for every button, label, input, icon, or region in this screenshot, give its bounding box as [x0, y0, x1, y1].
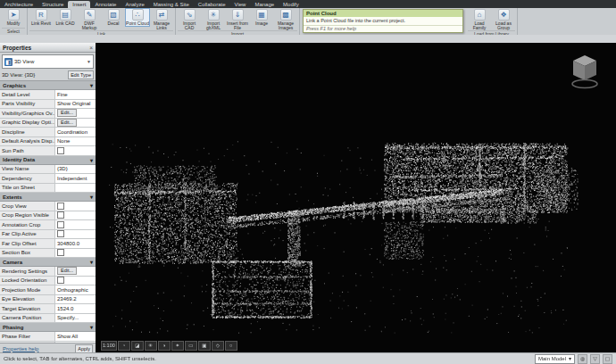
group-name: Camera — [3, 260, 22, 265]
ribbon-button-load-as-group[interactable]: ❖Load as Group — [492, 9, 515, 30]
type-selector[interactable]: ◧ 3D View ▼ — [2, 54, 94, 69]
edit-button[interactable]: Edit... — [57, 119, 77, 127]
property-value[interactable]: Orthographic — [55, 285, 96, 294]
collapse-icon: ▾ — [90, 324, 93, 330]
crop-view-icon[interactable]: ▭ — [185, 341, 197, 351]
ribbon-button-decal[interactable]: ▧Decal — [102, 9, 125, 26]
ribbon-button-image[interactable]: ▦Image — [250, 9, 273, 26]
checkbox[interactable] — [57, 277, 64, 284]
property-value[interactable] — [55, 277, 96, 285]
property-row: Parts VisibilityShow Original — [0, 100, 96, 110]
ribbon: ➤ModifySelectRLink Revit▤Link CAD✎DWF Ma… — [0, 8, 616, 36]
property-value[interactable] — [55, 146, 96, 155]
viewcube-ring[interactable] — [572, 80, 597, 88]
property-value[interactable]: Fine — [55, 90, 96, 99]
property-value[interactable] — [55, 230, 96, 239]
property-value[interactable] — [55, 220, 96, 229]
worksharing-display-icon[interactable]: ◍ — [578, 354, 587, 364]
property-label: Target Elevation — [0, 304, 55, 313]
ribbon-button-link-cad[interactable]: ▤Link CAD — [54, 9, 77, 26]
property-value[interactable]: Show All — [55, 332, 96, 341]
property-row: Detail LevelFine — [0, 90, 96, 100]
checkbox[interactable] — [57, 211, 64, 219]
rendering-dialog-icon[interactable]: ✦ — [171, 341, 184, 351]
property-row: Graphic Display Opti...Edit... — [0, 119, 96, 128]
visual-style-icon[interactable]: ◪ — [131, 341, 144, 351]
ribbon-button-insert-from-file[interactable]: ⇓Insert from File — [226, 9, 249, 30]
scale-button[interactable]: 1:100 — [101, 341, 117, 351]
checkbox[interactable] — [57, 221, 64, 228]
property-value[interactable]: None — [55, 137, 96, 146]
edit-type-button[interactable]: Edit Type — [68, 70, 94, 79]
show-crop-region-icon[interactable]: ▣ — [198, 341, 211, 351]
ribbon-tab-massing-site[interactable]: Massing & Site — [149, 1, 194, 8]
edit-button[interactable]: Edit... — [57, 267, 77, 275]
ribbon-button-point-cloud[interactable]: ∴Point Cloud — [126, 9, 149, 26]
property-value[interactable]: {3D} — [55, 165, 96, 174]
analytical-model-icon[interactable]: ○ — [225, 341, 237, 351]
property-value[interactable]: Edit... — [55, 109, 96, 118]
property-label: Section Box — [0, 249, 55, 258]
checkbox[interactable] — [57, 230, 64, 237]
property-group-camera[interactable]: Camera▾ — [0, 258, 96, 267]
ribbon-button-manage-links[interactable]: ⇄Manage Links — [150, 9, 173, 30]
property-value[interactable]: Coordination — [55, 128, 96, 136]
ribbon-tab-collaborate[interactable]: Collaborate — [194, 1, 230, 8]
ribbon-tab-analyze[interactable]: Analyze — [121, 1, 148, 8]
active-workset-select[interactable]: Main Model ▾ — [535, 354, 575, 364]
property-group-extents[interactable]: Extents▾ — [0, 193, 96, 202]
property-value[interactable]: 304800.0 — [55, 239, 96, 248]
property-value[interactable]: Specify... — [55, 314, 96, 323]
instance-row: 3D View: {3D} Edit Type — [2, 70, 94, 79]
property-label: Title on Sheet — [0, 184, 55, 193]
checkbox[interactable] — [57, 147, 64, 154]
property-value[interactable]: 23469.2 — [55, 295, 96, 304]
tooltip-title: Point Cloud — [304, 10, 462, 17]
ribbon-tab-view[interactable]: View — [229, 1, 250, 8]
point-cloud-view[interactable] — [96, 43, 616, 353]
close-icon[interactable]: × — [89, 45, 93, 51]
checkbox[interactable] — [57, 203, 64, 210]
ribbon-tab-insert[interactable]: Insert — [68, 1, 90, 8]
apply-button[interactable]: Apply — [75, 344, 93, 353]
collapse-icon: ▾ — [90, 194, 93, 200]
property-group-graphics[interactable]: Graphics▾ — [0, 81, 96, 90]
property-value[interactable]: Edit... — [55, 267, 96, 276]
ribbon-button-link-revit[interactable]: RLink Revit — [29, 9, 53, 26]
ribbon-button-modify[interactable]: ➤Modify — [2, 9, 25, 26]
property-value[interactable]: Edit... — [55, 119, 96, 128]
property-group-identity-data[interactable]: Identity Data▾ — [0, 156, 96, 165]
unlocked-view-icon[interactable]: ◇ — [212, 341, 224, 351]
ribbon-button-load-family[interactable]: ⌂Load Family — [468, 9, 491, 30]
filter-icon[interactable]: ▽ — [590, 354, 600, 364]
property-value[interactable]: Show Original — [55, 100, 96, 109]
ribbon-button-import-gbxml[interactable]: ✳Import gbXML — [202, 9, 225, 30]
detail-level-icon[interactable]: ◔ — [118, 341, 130, 351]
checkbox[interactable] — [57, 249, 64, 256]
drawing-area[interactable]: 1:100 ◔◪☀◑✦▭▣◇○ — [96, 43, 616, 353]
ribbon-tab-architecture[interactable]: Architecture — [0, 1, 37, 8]
property-value[interactable]: 1524.0 — [55, 304, 96, 313]
property-group-phasing[interactable]: Phasing▾ — [0, 323, 96, 332]
select-toggle-icon[interactable]: ▢ — [603, 354, 612, 364]
property-value[interactable] — [55, 249, 96, 258]
image-icon: ▦ — [256, 9, 268, 21]
ribbon-button-manage-images[interactable]: ▩Manage Images — [274, 9, 297, 30]
ribbon-tab-manage[interactable]: Manage — [250, 1, 279, 8]
ribbon-tab-modify[interactable]: Modify — [279, 1, 304, 8]
ribbon-tab-structure[interactable]: Structure — [37, 1, 68, 8]
ribbon-button-dwf-markup[interactable]: ✎DWF Markup — [78, 9, 101, 30]
3d-view-icon: ◧ — [4, 58, 12, 66]
property-value[interactable]: Independent — [55, 174, 96, 183]
sun-path-icon[interactable]: ☀ — [145, 341, 157, 351]
ribbon-button-import-cad[interactable]: ⇘Import CAD — [178, 9, 201, 30]
property-value[interactable] — [55, 202, 96, 211]
property-label: Camera Position — [0, 314, 55, 323]
property-value[interactable] — [55, 184, 96, 193]
properties-help-link[interactable]: Properties help — [3, 346, 38, 352]
edit-button[interactable]: Edit... — [57, 109, 77, 117]
property-value[interactable] — [55, 211, 96, 220]
viewcube[interactable] — [570, 54, 600, 91]
ribbon-tab-annotate[interactable]: Annotate — [90, 1, 121, 8]
shadows-icon[interactable]: ◑ — [158, 341, 171, 351]
